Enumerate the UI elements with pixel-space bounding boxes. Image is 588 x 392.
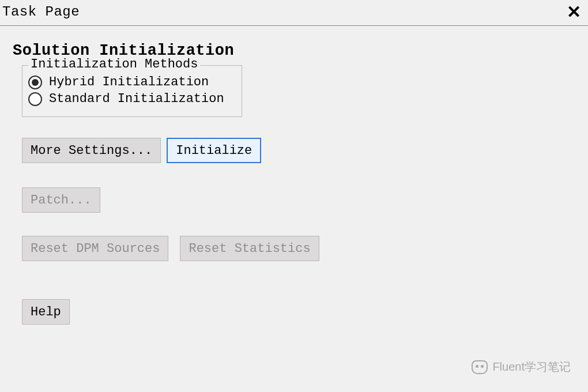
radio-selected-dot-icon: [32, 79, 39, 86]
help-row: Help: [22, 299, 576, 325]
patch-button[interactable]: Patch...: [22, 187, 100, 213]
reset-statistics-button[interactable]: Reset Statistics: [180, 236, 319, 261]
initialization-methods-group: Initialization Methods Hybrid Initializa…: [22, 65, 242, 117]
patch-row: Patch...: [22, 187, 576, 213]
more-settings-button[interactable]: More Settings...: [22, 138, 161, 163]
radio-button-icon: [28, 76, 42, 89]
radio-hybrid-initialization[interactable]: Hybrid Initialization: [27, 75, 237, 89]
initialization-methods-legend: Initialization Methods: [28, 57, 200, 71]
reset-row: Reset DPM Sources Reset Statistics: [22, 236, 576, 261]
radio-button-icon: [28, 92, 42, 106]
radio-label: Hybrid Initialization: [49, 75, 209, 89]
watermark-text: Fluent学习笔记: [492, 359, 571, 375]
init-buttons-row: More Settings... Initialize: [22, 138, 576, 163]
title-bar: Task Page ✕: [0, 0, 588, 26]
window-title: Task Page: [2, 4, 80, 20]
task-page-content: Solution Initialization Initialization M…: [0, 26, 588, 336]
initialize-button[interactable]: Initialize: [167, 138, 261, 163]
help-button[interactable]: Help: [22, 299, 70, 325]
reset-dpm-sources-button[interactable]: Reset DPM Sources: [22, 236, 168, 261]
wechat-icon: [472, 360, 488, 374]
close-icon[interactable]: ✕: [567, 2, 583, 22]
radio-standard-initialization[interactable]: Standard Initialization: [27, 92, 237, 106]
radio-label: Standard Initialization: [49, 92, 224, 106]
watermark: Fluent学习笔记: [472, 359, 571, 375]
